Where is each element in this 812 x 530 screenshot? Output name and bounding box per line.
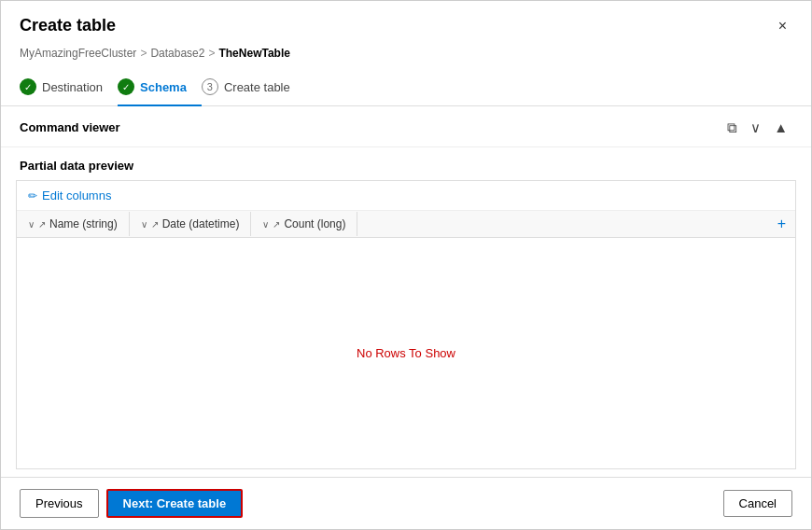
breadcrumb-sep2: >	[208, 47, 215, 60]
close-button[interactable]: ×	[773, 17, 792, 35]
edit-columns-bar: ✏ Edit columns	[17, 181, 795, 211]
col-date-type-icon: ↗	[151, 219, 159, 230]
cancel-button[interactable]: Cancel	[723, 490, 792, 517]
table-body-empty: No Rows To Show	[17, 238, 795, 468]
breadcrumb-sep1: >	[140, 47, 147, 60]
col-date-label: Date (datetime)	[162, 217, 240, 230]
breadcrumb: MyAmazingFreeCluster > Database2 > TheNe…	[1, 43, 811, 69]
no-rows-message: No Rows To Show	[357, 346, 455, 360]
col-header-date[interactable]: ∨ ↗ Date (datetime)	[130, 212, 252, 236]
command-viewer-title: Command viewer	[20, 120, 120, 134]
step-schema[interactable]: ✓ Schema	[118, 69, 202, 106]
footer-left: Previous Next: Create table	[20, 489, 243, 518]
edit-columns-link[interactable]: ✏ Edit columns	[28, 188, 111, 202]
step-schema-check: ✓	[118, 78, 134, 95]
breadcrumb-table: TheNewTable	[218, 47, 289, 60]
next-button[interactable]: Next: Create table	[106, 489, 244, 518]
col-count-type-icon: ↗	[273, 219, 280, 230]
breadcrumb-database: Database2	[150, 47, 204, 60]
col-name-label: Name (string)	[49, 217, 118, 230]
expand-icon-button[interactable]: ∨	[746, 118, 765, 137]
command-viewer-section: Command viewer ⧉ ∨ ▲	[1, 106, 811, 147]
step-create-table-number: 3	[202, 78, 218, 95]
dialog-header: Create table ×	[1, 1, 811, 43]
col-header-name[interactable]: ∨ ↗ Name (string)	[17, 212, 130, 236]
step-destination-check: ✓	[20, 78, 36, 95]
create-table-dialog: Create table × MyAmazingFreeCluster > Da…	[0, 0, 812, 530]
previous-button[interactable]: Previous	[20, 489, 99, 518]
step-destination-label: Destination	[42, 80, 103, 94]
dialog-footer: Previous Next: Create table Cancel	[1, 477, 811, 529]
copy-icon-button[interactable]: ⧉	[722, 118, 742, 137]
pencil-icon: ✏	[28, 189, 37, 202]
col-name-sort-icon: ∨	[28, 219, 35, 230]
col-header-count[interactable]: ∨ ↗ Count (long)	[251, 212, 357, 236]
breadcrumb-cluster: MyAmazingFreeCluster	[20, 47, 136, 60]
command-viewer-icons: ⧉ ∨ ▲	[722, 118, 792, 137]
step-create-table[interactable]: 3 Create table	[202, 69, 305, 106]
collapse-icon-button[interactable]: ▲	[769, 118, 792, 137]
table-header: ∨ ↗ Name (string) ∨ ↗ Date (datetime) ∨ …	[17, 211, 795, 238]
steps-bar: ✓ Destination ✓ Schema 3 Create table	[1, 69, 811, 106]
col-name-type-icon: ↗	[38, 219, 46, 230]
step-create-table-label: Create table	[224, 80, 290, 94]
col-date-sort-icon: ∨	[141, 219, 147, 230]
edit-columns-label: Edit columns	[42, 188, 111, 202]
data-preview-area: ✏ Edit columns ∨ ↗ Name (string) ∨ ↗ Dat…	[16, 180, 796, 469]
dialog-body: Command viewer ⧉ ∨ ▲ Partial data previe…	[1, 106, 811, 477]
col-count-label: Count (long)	[284, 217, 345, 230]
col-count-sort-icon: ∨	[262, 219, 269, 230]
step-destination[interactable]: ✓ Destination	[20, 69, 118, 106]
partial-preview-title: Partial data preview	[1, 147, 811, 180]
step-schema-label: Schema	[140, 80, 187, 94]
dialog-title: Create table	[20, 16, 116, 35]
add-column-button[interactable]: +	[768, 211, 795, 237]
